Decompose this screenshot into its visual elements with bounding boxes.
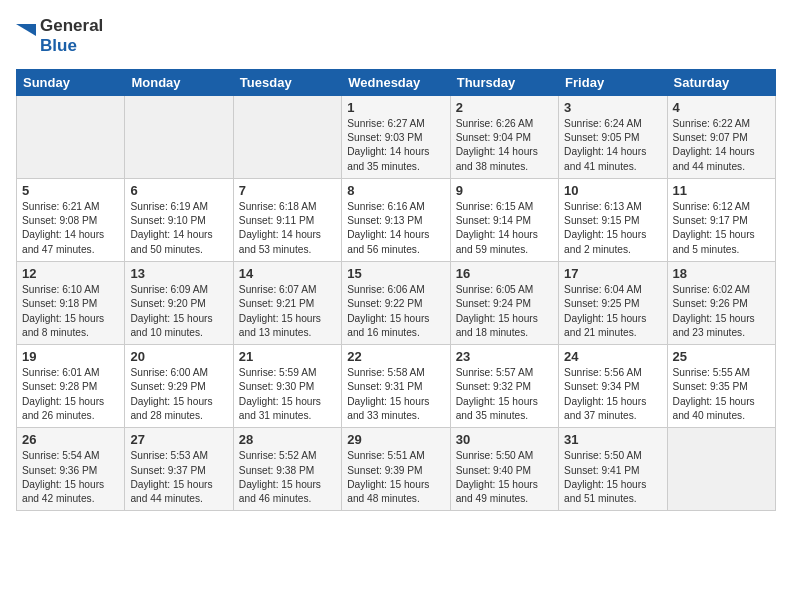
calendar-cell <box>125 95 233 178</box>
calendar-table: SundayMondayTuesdayWednesdayThursdayFrid… <box>16 69 776 512</box>
day-info: Sunrise: 6:06 AM Sunset: 9:22 PM Dayligh… <box>347 283 444 340</box>
day-number: 18 <box>673 266 770 281</box>
day-info: Sunrise: 6:16 AM Sunset: 9:13 PM Dayligh… <box>347 200 444 257</box>
calendar-cell: 20Sunrise: 6:00 AM Sunset: 9:29 PM Dayli… <box>125 345 233 428</box>
calendar-week-row: 5Sunrise: 6:21 AM Sunset: 9:08 PM Daylig… <box>17 178 776 261</box>
calendar-cell: 10Sunrise: 6:13 AM Sunset: 9:15 PM Dayli… <box>559 178 667 261</box>
calendar-cell: 17Sunrise: 6:04 AM Sunset: 9:25 PM Dayli… <box>559 262 667 345</box>
weekday-header-monday: Monday <box>125 69 233 95</box>
day-info: Sunrise: 6:04 AM Sunset: 9:25 PM Dayligh… <box>564 283 661 340</box>
day-number: 26 <box>22 432 119 447</box>
day-info: Sunrise: 5:59 AM Sunset: 9:30 PM Dayligh… <box>239 366 336 423</box>
svg-marker-0 <box>16 24 36 36</box>
calendar-cell: 14Sunrise: 6:07 AM Sunset: 9:21 PM Dayli… <box>233 262 341 345</box>
day-info: Sunrise: 6:00 AM Sunset: 9:29 PM Dayligh… <box>130 366 227 423</box>
day-number: 3 <box>564 100 661 115</box>
day-info: Sunrise: 6:18 AM Sunset: 9:11 PM Dayligh… <box>239 200 336 257</box>
day-info: Sunrise: 6:15 AM Sunset: 9:14 PM Dayligh… <box>456 200 553 257</box>
calendar-cell: 22Sunrise: 5:58 AM Sunset: 9:31 PM Dayli… <box>342 345 450 428</box>
day-info: Sunrise: 6:26 AM Sunset: 9:04 PM Dayligh… <box>456 117 553 174</box>
day-number: 5 <box>22 183 119 198</box>
day-info: Sunrise: 6:13 AM Sunset: 9:15 PM Dayligh… <box>564 200 661 257</box>
calendar-week-row: 1Sunrise: 6:27 AM Sunset: 9:03 PM Daylig… <box>17 95 776 178</box>
day-number: 2 <box>456 100 553 115</box>
day-number: 16 <box>456 266 553 281</box>
weekday-header-thursday: Thursday <box>450 69 558 95</box>
calendar-cell: 25Sunrise: 5:55 AM Sunset: 9:35 PM Dayli… <box>667 345 775 428</box>
day-info: Sunrise: 5:56 AM Sunset: 9:34 PM Dayligh… <box>564 366 661 423</box>
day-number: 28 <box>239 432 336 447</box>
day-info: Sunrise: 6:27 AM Sunset: 9:03 PM Dayligh… <box>347 117 444 174</box>
day-number: 21 <box>239 349 336 364</box>
day-number: 14 <box>239 266 336 281</box>
calendar-cell: 9Sunrise: 6:15 AM Sunset: 9:14 PM Daylig… <box>450 178 558 261</box>
weekday-header-row: SundayMondayTuesdayWednesdayThursdayFrid… <box>17 69 776 95</box>
day-info: Sunrise: 6:01 AM Sunset: 9:28 PM Dayligh… <box>22 366 119 423</box>
day-number: 22 <box>347 349 444 364</box>
day-number: 27 <box>130 432 227 447</box>
calendar-week-row: 26Sunrise: 5:54 AM Sunset: 9:36 PM Dayli… <box>17 428 776 511</box>
page-header: GeneralBlue <box>16 16 776 57</box>
calendar-week-row: 19Sunrise: 6:01 AM Sunset: 9:28 PM Dayli… <box>17 345 776 428</box>
calendar-cell: 27Sunrise: 5:53 AM Sunset: 9:37 PM Dayli… <box>125 428 233 511</box>
day-info: Sunrise: 5:55 AM Sunset: 9:35 PM Dayligh… <box>673 366 770 423</box>
day-info: Sunrise: 6:22 AM Sunset: 9:07 PM Dayligh… <box>673 117 770 174</box>
calendar-cell: 18Sunrise: 6:02 AM Sunset: 9:26 PM Dayli… <box>667 262 775 345</box>
calendar-cell: 23Sunrise: 5:57 AM Sunset: 9:32 PM Dayli… <box>450 345 558 428</box>
calendar-cell <box>667 428 775 511</box>
day-info: Sunrise: 6:09 AM Sunset: 9:20 PM Dayligh… <box>130 283 227 340</box>
day-number: 25 <box>673 349 770 364</box>
day-info: Sunrise: 5:58 AM Sunset: 9:31 PM Dayligh… <box>347 366 444 423</box>
day-info: Sunrise: 6:07 AM Sunset: 9:21 PM Dayligh… <box>239 283 336 340</box>
calendar-cell: 29Sunrise: 5:51 AM Sunset: 9:39 PM Dayli… <box>342 428 450 511</box>
day-info: Sunrise: 5:57 AM Sunset: 9:32 PM Dayligh… <box>456 366 553 423</box>
calendar-cell: 15Sunrise: 6:06 AM Sunset: 9:22 PM Dayli… <box>342 262 450 345</box>
weekday-header-saturday: Saturday <box>667 69 775 95</box>
calendar-cell: 6Sunrise: 6:19 AM Sunset: 9:10 PM Daylig… <box>125 178 233 261</box>
calendar-cell: 26Sunrise: 5:54 AM Sunset: 9:36 PM Dayli… <box>17 428 125 511</box>
calendar-cell: 19Sunrise: 6:01 AM Sunset: 9:28 PM Dayli… <box>17 345 125 428</box>
day-number: 6 <box>130 183 227 198</box>
calendar-cell: 11Sunrise: 6:12 AM Sunset: 9:17 PM Dayli… <box>667 178 775 261</box>
calendar-cell: 2Sunrise: 6:26 AM Sunset: 9:04 PM Daylig… <box>450 95 558 178</box>
calendar-cell: 3Sunrise: 6:24 AM Sunset: 9:05 PM Daylig… <box>559 95 667 178</box>
day-info: Sunrise: 5:50 AM Sunset: 9:40 PM Dayligh… <box>456 449 553 506</box>
day-number: 10 <box>564 183 661 198</box>
weekday-header-sunday: Sunday <box>17 69 125 95</box>
calendar-cell: 7Sunrise: 6:18 AM Sunset: 9:11 PM Daylig… <box>233 178 341 261</box>
day-number: 30 <box>456 432 553 447</box>
calendar-cell <box>233 95 341 178</box>
day-info: Sunrise: 5:50 AM Sunset: 9:41 PM Dayligh… <box>564 449 661 506</box>
weekday-header-wednesday: Wednesday <box>342 69 450 95</box>
day-info: Sunrise: 6:24 AM Sunset: 9:05 PM Dayligh… <box>564 117 661 174</box>
day-number: 31 <box>564 432 661 447</box>
calendar-cell: 4Sunrise: 6:22 AM Sunset: 9:07 PM Daylig… <box>667 95 775 178</box>
logo: GeneralBlue <box>16 16 103 57</box>
day-info: Sunrise: 6:10 AM Sunset: 9:18 PM Dayligh… <box>22 283 119 340</box>
calendar-cell: 16Sunrise: 6:05 AM Sunset: 9:24 PM Dayli… <box>450 262 558 345</box>
calendar-cell: 28Sunrise: 5:52 AM Sunset: 9:38 PM Dayli… <box>233 428 341 511</box>
day-info: Sunrise: 6:02 AM Sunset: 9:26 PM Dayligh… <box>673 283 770 340</box>
day-info: Sunrise: 6:05 AM Sunset: 9:24 PM Dayligh… <box>456 283 553 340</box>
calendar-cell <box>17 95 125 178</box>
day-info: Sunrise: 6:12 AM Sunset: 9:17 PM Dayligh… <box>673 200 770 257</box>
weekday-header-tuesday: Tuesday <box>233 69 341 95</box>
day-number: 13 <box>130 266 227 281</box>
calendar-cell: 13Sunrise: 6:09 AM Sunset: 9:20 PM Dayli… <box>125 262 233 345</box>
calendar-cell: 21Sunrise: 5:59 AM Sunset: 9:30 PM Dayli… <box>233 345 341 428</box>
day-info: Sunrise: 5:52 AM Sunset: 9:38 PM Dayligh… <box>239 449 336 506</box>
calendar-cell: 12Sunrise: 6:10 AM Sunset: 9:18 PM Dayli… <box>17 262 125 345</box>
calendar-cell: 8Sunrise: 6:16 AM Sunset: 9:13 PM Daylig… <box>342 178 450 261</box>
day-info: Sunrise: 5:54 AM Sunset: 9:36 PM Dayligh… <box>22 449 119 506</box>
day-info: Sunrise: 5:51 AM Sunset: 9:39 PM Dayligh… <box>347 449 444 506</box>
day-number: 19 <box>22 349 119 364</box>
day-info: Sunrise: 5:53 AM Sunset: 9:37 PM Dayligh… <box>130 449 227 506</box>
day-number: 24 <box>564 349 661 364</box>
day-number: 7 <box>239 183 336 198</box>
day-number: 4 <box>673 100 770 115</box>
calendar-cell: 30Sunrise: 5:50 AM Sunset: 9:40 PM Dayli… <box>450 428 558 511</box>
day-number: 29 <box>347 432 444 447</box>
calendar-week-row: 12Sunrise: 6:10 AM Sunset: 9:18 PM Dayli… <box>17 262 776 345</box>
calendar-cell: 31Sunrise: 5:50 AM Sunset: 9:41 PM Dayli… <box>559 428 667 511</box>
day-number: 12 <box>22 266 119 281</box>
